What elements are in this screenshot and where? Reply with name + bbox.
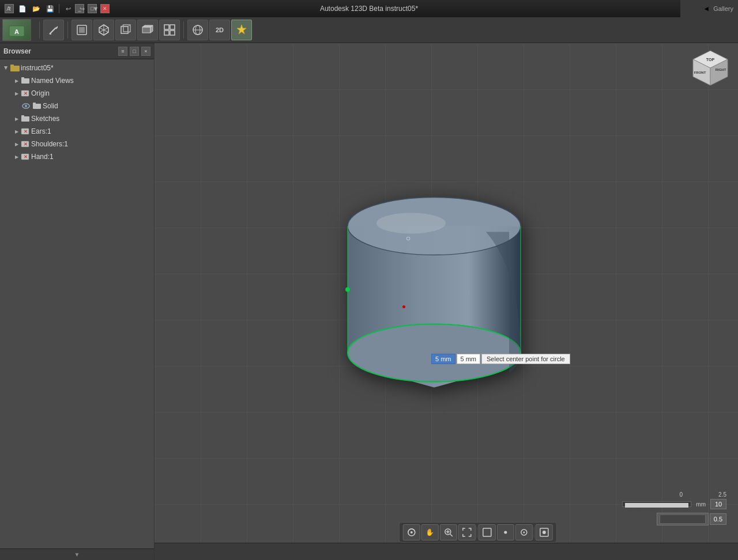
grid-view-button[interactable] (159, 20, 180, 40)
quick-toolbar[interactable]: A 📄 📂 💾 ↩ ↪ ▼ (0, 0, 104, 17)
tree-named-views[interactable]: ▶ Named Views (0, 74, 154, 87)
svg-rect-21 (164, 31, 169, 35)
dropdown-button[interactable]: ▼ (89, 2, 102, 15)
zoom-value: 10 (710, 499, 726, 509)
logo-button[interactable]: A (2, 19, 31, 41)
undo-button[interactable]: ↩ (62, 2, 74, 15)
svg-marker-26 (237, 25, 246, 34)
dim-value-1[interactable]: 5 mm (431, 354, 455, 364)
save-button[interactable]: 💾 (44, 2, 57, 15)
tree-hand[interactable]: ▶ ✕ Hand:1 (0, 150, 154, 163)
scale-numbers: 0 2.5 (680, 491, 726, 498)
svg-point-49 (376, 213, 446, 233)
root-label: instruct05* (21, 64, 54, 72)
open-button[interactable]: 📂 (30, 2, 43, 15)
origin-icon: ✕ (21, 89, 30, 98)
svg-rect-38 (21, 115, 24, 117)
new-button[interactable]: 📄 (16, 2, 29, 15)
redo-button[interactable]: ↪ (76, 2, 88, 15)
named-views-label: Named Views (31, 77, 74, 85)
material-button[interactable] (187, 20, 208, 40)
svg-point-70 (543, 531, 546, 534)
orbit-button[interactable] (403, 524, 420, 540)
shoulders-label: Shoulders:1 (31, 140, 68, 148)
svg-rect-37 (21, 116, 29, 122)
camera-button[interactable] (497, 524, 514, 540)
cube-container: TOP FRONT RIGHT (687, 48, 728, 88)
title-bar: A 📄 📂 💾 ↩ ↪ ▼ Autodesk 123D Beta instruc… (0, 0, 738, 17)
3d-shape: ○ (296, 168, 538, 435)
ears-label: Ears:1 (31, 127, 51, 135)
svg-text:✕: ✕ (24, 129, 28, 134)
viewport[interactable]: ○ 5 mm 5 mm Select center point for (155, 43, 738, 560)
svg-text:✕: ✕ (24, 154, 28, 160)
tree-shoulders[interactable]: ▶ ✕ Shoulders:1 (0, 138, 154, 150)
view-cube[interactable]: TOP FRONT RIGHT (681, 48, 733, 100)
svg-rect-30 (21, 77, 24, 79)
main-area: Browser ≡ □ × ▶ instruct05* ▶ (0, 43, 738, 560)
scale-left-value: 0 (680, 491, 683, 498)
main-toolbar: A (0, 17, 738, 43)
fit-button[interactable] (458, 524, 476, 540)
end-button[interactable] (536, 524, 553, 540)
dimension-tooltip[interactable]: 5 mm 5 mm Select center point for circle (431, 354, 570, 364)
svg-text:FRONT: FRONT (694, 71, 706, 74)
toolbar-separator-2 (67, 21, 68, 39)
pan-button[interactable]: ✋ (421, 524, 439, 540)
svg-text:A: A (14, 28, 19, 35)
gallery-arrow-icon: ◄ (703, 5, 710, 13)
sketches-folder-icon (21, 114, 30, 123)
solid-label: Solid (43, 102, 58, 110)
svg-rect-11 (121, 27, 128, 33)
front-view-button[interactable] (71, 20, 92, 40)
hand-label: Hand:1 (31, 153, 54, 161)
svg-rect-19 (164, 25, 169, 29)
browser-min-btn[interactable]: □ (130, 47, 139, 56)
sketches-arrow-icon: ▶ (13, 115, 21, 123)
svg-text:○: ○ (406, 233, 411, 242)
svg-point-68 (523, 532, 525, 533)
iso-view-button[interactable] (93, 20, 114, 40)
2d-button[interactable]: 2D (209, 20, 230, 40)
look-button[interactable] (479, 524, 496, 540)
gallery-bar[interactable]: ◄ Gallery (680, 0, 738, 17)
zoom-button[interactable] (440, 524, 457, 540)
sketch-tool-button[interactable] (43, 20, 64, 40)
svg-line-2 (50, 28, 56, 34)
svg-marker-3 (56, 26, 58, 29)
svg-text:✕: ✕ (24, 91, 28, 96)
ears-icon: ✕ (21, 127, 30, 136)
dim-prompt: Select center point for circle (481, 354, 570, 364)
origin-arrow-icon: ▶ (13, 89, 21, 97)
browser-header: Browser ≡ □ × (0, 43, 154, 59)
svg-rect-35 (33, 104, 41, 109)
more-button[interactable] (515, 524, 533, 540)
tree-root[interactable]: ▶ instruct05* (0, 62, 154, 74)
browser-list-btn[interactable]: ≡ (118, 47, 127, 56)
svg-text:RIGHT: RIGHT (716, 68, 726, 71)
browser-panel: Browser ≡ □ × ▶ instruct05* ▶ (0, 43, 155, 560)
coord-value: 0.5 (710, 513, 726, 525)
sketch-star-button[interactable] (231, 20, 252, 40)
tree-sketches[interactable]: ▶ Sketches (0, 112, 154, 125)
tree-ears[interactable]: ▶ ✕ Ears:1 (0, 125, 154, 138)
app-menu-button[interactable]: A (2, 2, 15, 15)
browser-close-btn[interactable]: × (141, 47, 150, 56)
hand-arrow-icon: ▶ (13, 153, 21, 161)
svg-rect-6 (79, 27, 85, 33)
svg-rect-29 (21, 78, 29, 84)
3d-view-button[interactable] (137, 20, 158, 40)
svg-rect-20 (170, 25, 175, 29)
browser-scroll-bottom[interactable]: ▼ (0, 548, 154, 560)
scale-bar: 0 2.5 mm 10 0.5 (622, 491, 726, 525)
back-view-button[interactable] (115, 20, 136, 40)
dim-value-2[interactable]: 5 mm (457, 354, 481, 364)
tree-solid[interactable]: Solid (0, 100, 154, 112)
scale-right-value: 2.5 (718, 491, 726, 498)
tree-origin[interactable]: ▶ ✕ Origin (0, 87, 154, 100)
bottom-sep (477, 527, 477, 538)
root-arrow-icon: ▶ (2, 64, 10, 72)
bottom-toolbar: ✋ (399, 522, 557, 543)
shoulders-icon: ✕ (21, 139, 30, 149)
svg-point-66 (504, 531, 507, 534)
